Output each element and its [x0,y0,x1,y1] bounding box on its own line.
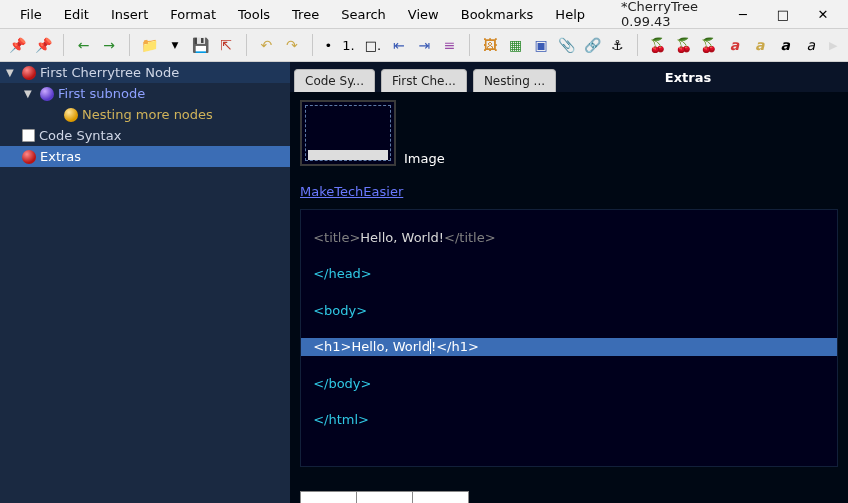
indent-icon[interactable]: ⇥ [415,35,434,55]
link-maketecheasier[interactable]: MakeTechEasier [300,184,403,199]
undo-icon[interactable]: ↶ [257,35,276,55]
tab-nesting[interactable]: Nesting ... [473,69,556,92]
pin-red-icon[interactable]: 📌 [8,35,27,55]
node-square-icon [22,129,35,142]
menu-edit[interactable]: Edit [54,3,99,26]
content-panel: Code Sy... First Che... Nesting ... Extr… [290,62,848,503]
menu-tools[interactable]: Tools [228,3,280,26]
tree-node-extras[interactable]: Extras [0,146,290,167]
list-square-icon[interactable]: □. [363,38,383,53]
expand-icon[interactable]: ▼ [6,67,18,78]
node-gold-icon [64,108,78,122]
insert-codebox-icon[interactable]: ▣ [531,35,550,55]
cherry3-icon[interactable]: 🍒 [699,35,718,55]
node-purple-icon [40,87,54,101]
insert-link-icon[interactable]: 🔗 [582,35,601,55]
cherry1-icon[interactable]: 🍒 [648,35,667,55]
insert-file-icon[interactable]: 📎 [557,35,576,55]
menu-help[interactable]: Help [545,3,595,26]
document-area[interactable]: Image MakeTechEasier <title>Hello, World… [290,92,848,503]
menu-bookmarks[interactable]: Bookmarks [451,3,544,26]
list-number-icon[interactable]: 1. [340,38,356,53]
maximize-icon[interactable]: □ [774,7,792,22]
menu-format[interactable]: Format [160,3,226,26]
format-a2-icon[interactable]: a [750,35,769,55]
image-label: Image [404,151,445,166]
menu-insert[interactable]: Insert [101,3,158,26]
tab-title: Extras [562,70,844,85]
node-red-icon [22,66,36,80]
tree-label: Nesting more nodes [82,107,213,122]
menu-bar: File Edit Insert Format Tools Tree Searc… [0,0,848,28]
tree-node-first[interactable]: ▼ First Cherrytree Node [0,62,290,83]
back-icon[interactable]: ← [74,35,93,55]
tree-panel: ▼ First Cherrytree Node ▼ First subnode … [0,62,290,503]
tree-label: First subnode [58,86,145,101]
close-icon[interactable]: ✕ [814,7,832,22]
format-a1-icon[interactable]: a [725,35,744,55]
insert-table-icon[interactable]: ▦ [506,35,525,55]
tree-label: Extras [40,149,81,164]
menu-view[interactable]: View [398,3,449,26]
tree-label: Code Syntax [39,128,121,143]
redo-icon[interactable]: ↷ [282,35,301,55]
save-icon[interactable]: 💾 [191,35,210,55]
tree-label: First Cherrytree Node [40,65,179,80]
justify-icon[interactable]: ≡ [440,35,459,55]
folder-icon[interactable]: 📁 [140,35,159,55]
export-icon[interactable]: ⇱ [216,35,235,55]
tab-bar: Code Sy... First Che... Nesting ... Extr… [290,62,848,92]
cherry2-icon[interactable]: 🍒 [674,35,693,55]
menu-file[interactable]: File [10,3,52,26]
format-a4-icon[interactable]: a [801,35,820,55]
expand-icon[interactable]: ▼ [24,88,36,99]
tab-code-syntax[interactable]: Code Sy... [294,69,375,92]
toolbar: 📌 📌 ← → 📁 ▼ 💾 ⇱ ↶ ↷ • 1. □. ⇤ ⇥ ≡ 🖼 ▦ ▣ … [0,28,848,62]
window-title: *CherryTree 0.99.43 [621,0,732,29]
tree-node-nesting[interactable]: Nesting more nodes [0,104,290,125]
forward-icon[interactable]: → [99,35,118,55]
menu-tree[interactable]: Tree [282,3,329,26]
dropdown-icon[interactable]: ▼ [165,35,184,55]
tab-first-cherrytree[interactable]: First Che... [381,69,467,92]
outdent-icon[interactable]: ⇤ [389,35,408,55]
list-bullet-icon[interactable]: • [323,38,335,53]
codebox[interactable]: <title>Hello, World!</title> </head> <bo… [300,209,838,467]
pin-green-icon[interactable]: 📌 [33,35,52,55]
insert-image-icon[interactable]: 🖼 [480,35,499,55]
toolbar-overflow-icon[interactable]: ▶ [827,39,841,52]
embedded-table[interactable] [300,491,469,503]
embedded-image[interactable] [300,100,396,166]
node-red-icon [22,150,36,164]
tree-node-subnode[interactable]: ▼ First subnode [0,83,290,104]
tree-node-codesyntax[interactable]: Code Syntax [0,125,290,146]
format-a3-icon[interactable]: a [776,35,795,55]
menu-search[interactable]: Search [331,3,396,26]
insert-anchor-icon[interactable]: ⚓ [608,35,627,55]
minimize-icon[interactable]: ─ [734,7,752,22]
